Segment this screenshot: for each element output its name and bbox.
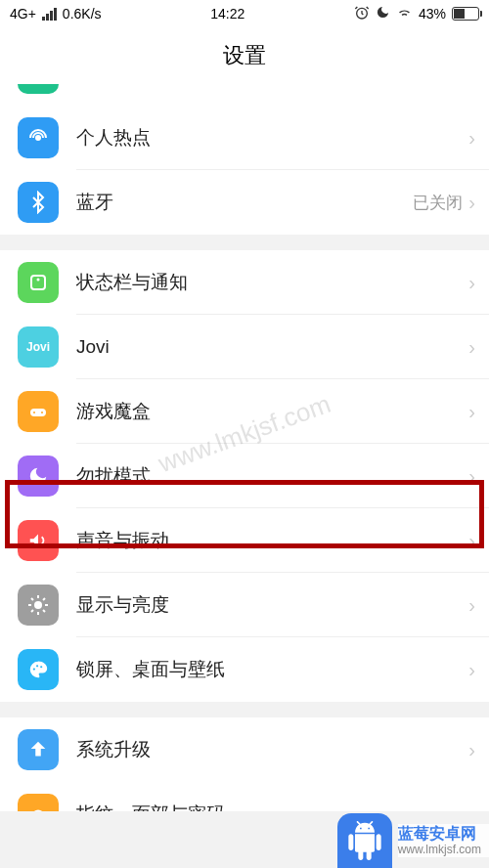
- list-item-label: 系统升级: [76, 737, 468, 762]
- chevron-right-icon: ›: [468, 530, 475, 552]
- list-item-status-notif[interactable]: 状态栏与通知 ›: [0, 250, 489, 315]
- chevron-right-icon: ›: [468, 84, 475, 85]
- chevron-right-icon: ›: [468, 192, 475, 214]
- settings-group-3: 系统升级 ›: [0, 717, 489, 782]
- page-title: 设置: [0, 27, 489, 84]
- signal-icon: [42, 8, 57, 21]
- svg-point-7: [41, 412, 43, 413]
- svg-rect-5: [30, 409, 46, 416]
- chevron-right-icon: ›: [468, 659, 475, 681]
- svg-line-14: [43, 610, 45, 612]
- chevron-right-icon: ›: [468, 594, 475, 617]
- chevron-right-icon: ›: [468, 739, 475, 761]
- network-type: 4G+: [10, 6, 36, 22]
- status-bar: 4G+ 0.6K/s 14:22 43%: [0, 0, 489, 27]
- list-item-label: 蓝牙: [76, 190, 413, 215]
- list-item-label: 移动网络: [76, 84, 468, 86]
- list-item-bluetooth[interactable]: 蓝牙 已关闭 ›: [0, 170, 489, 235]
- game-icon: [18, 391, 59, 432]
- svg-line-16: [43, 598, 45, 600]
- list-item-jovi[interactable]: Jovi Jovi ›: [0, 315, 489, 379]
- battery-icon: [452, 7, 479, 21]
- mobile-network-icon: [18, 84, 59, 94]
- network-speed: 0.6K/s: [63, 6, 102, 22]
- svg-point-19: [40, 666, 42, 668]
- fingerprint-icon: [18, 794, 59, 811]
- chevron-right-icon: ›: [468, 803, 475, 812]
- hotspot-icon: [18, 117, 59, 158]
- list-item-dnd[interactable]: 勿扰模式 ›: [0, 444, 489, 508]
- source-badge: 蓝莓安卓网 www.lmkjsf.com: [337, 813, 489, 868]
- bluetooth-icon: [18, 182, 59, 223]
- list-item-hotspot[interactable]: 个人热点 ›: [0, 106, 489, 170]
- svg-point-4: [37, 279, 40, 282]
- sound-icon: [18, 520, 59, 561]
- list-item-display[interactable]: 显示与亮度 ›: [0, 573, 489, 637]
- moon-icon: [376, 5, 390, 22]
- moon-icon: [18, 456, 59, 497]
- chevron-right-icon: ›: [468, 465, 475, 488]
- status-left: 4G+ 0.6K/s: [10, 6, 102, 22]
- list-item-gamebox[interactable]: 游戏魔盒 ›: [0, 379, 489, 444]
- svg-point-8: [34, 601, 42, 609]
- list-item-label: Jovi: [76, 336, 468, 358]
- wifi-icon: [396, 4, 413, 23]
- list-item-value: 已关闭: [413, 192, 463, 214]
- alarm-icon: [354, 5, 370, 23]
- list-item-label: 个人热点: [76, 125, 468, 151]
- battery-pct: 43%: [419, 6, 446, 22]
- chevron-right-icon: ›: [468, 272, 475, 294]
- list-item-label: 显示与亮度: [76, 592, 468, 618]
- list-item-label: 指纹、面部与密码: [76, 802, 468, 811]
- partial-row-mobile-network[interactable]: 移动网络 ›: [0, 84, 489, 106]
- list-item-label: 状态栏与通知: [76, 270, 468, 295]
- svg-point-6: [33, 412, 35, 413]
- settings-group-2: 状态栏与通知 › Jovi Jovi › 游戏魔盒 › 勿扰模式 › 声音与振动…: [0, 250, 489, 702]
- chevron-right-icon: ›: [468, 336, 475, 359]
- chevron-right-icon: ›: [468, 127, 475, 150]
- status-right: 43%: [354, 4, 479, 23]
- palette-icon: [18, 649, 59, 690]
- svg-point-18: [36, 665, 38, 667]
- badge-title: 蓝莓安卓网: [398, 824, 481, 843]
- android-icon: [337, 813, 392, 868]
- badge-sub: www.lmkjsf.com: [398, 843, 481, 856]
- status-icon: [18, 262, 59, 303]
- list-item-sound[interactable]: 声音与振动 ›: [0, 508, 489, 573]
- list-item-label: 锁屏、桌面与壁纸: [76, 657, 468, 682]
- svg-rect-3: [31, 276, 45, 289]
- brightness-icon: [18, 585, 59, 626]
- list-item-lockscreen[interactable]: 锁屏、桌面与壁纸 ›: [0, 637, 489, 702]
- status-time: 14:22: [210, 6, 244, 22]
- svg-point-17: [33, 668, 35, 670]
- svg-line-13: [31, 598, 33, 600]
- upgrade-icon: [18, 729, 59, 770]
- settings-group-1: 个人热点 › 蓝牙 已关闭 ›: [0, 106, 489, 235]
- list-item-label: 勿扰模式: [76, 463, 468, 489]
- jovi-icon: Jovi: [18, 326, 59, 368]
- chevron-right-icon: ›: [468, 401, 475, 423]
- list-item-upgrade[interactable]: 系统升级 ›: [0, 717, 489, 782]
- list-item-label: 声音与振动: [76, 528, 468, 553]
- svg-point-2: [36, 136, 40, 140]
- partial-row-fingerprint[interactable]: 指纹、面部与密码 ›: [0, 782, 489, 811]
- list-item-label: 游戏魔盒: [76, 399, 468, 424]
- svg-line-15: [31, 610, 33, 612]
